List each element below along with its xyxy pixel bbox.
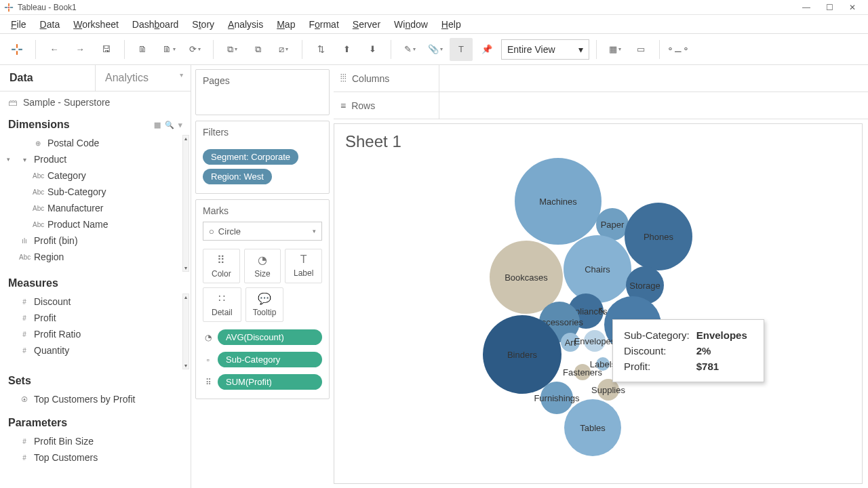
bubble-chairs[interactable]: Chairs bbox=[564, 235, 631, 303]
mark-label-button[interactable]: TLabel bbox=[285, 249, 322, 283]
menu-data[interactable]: Data bbox=[33, 16, 67, 33]
field-product[interactable]: ▾▾Product bbox=[0, 151, 191, 167]
mark-size-button[interactable]: ◔Size bbox=[244, 249, 281, 283]
highlight-button[interactable]: ✎▾ bbox=[398, 38, 421, 61]
field-postal-code[interactable]: ⊕Postal Code bbox=[0, 135, 191, 151]
tableau-home-icon[interactable] bbox=[5, 38, 28, 61]
mark-color-button[interactable]: ⠿Color bbox=[203, 249, 240, 283]
scroll-down-icon[interactable]: ▾ bbox=[184, 265, 187, 271]
mark-pill-type-icon[interactable]: ◔ bbox=[203, 333, 214, 342]
bubble-labels[interactable]: Labels bbox=[596, 357, 610, 371]
menu-help[interactable]: Help bbox=[435, 16, 468, 33]
mark-type-dropdown[interactable]: ○ Circle ▾ bbox=[203, 222, 322, 241]
group-button[interactable]: 📎▾ bbox=[424, 38, 447, 61]
field-product-name[interactable]: AbcProduct Name bbox=[0, 216, 191, 232]
columns-shelf[interactable]: ⦙⦙⦙Columns bbox=[334, 65, 439, 92]
swap-button[interactable]: ⇅ bbox=[309, 38, 332, 61]
pause-auto-updates-button[interactable]: 🗎▾ bbox=[157, 38, 180, 61]
sort-asc-button[interactable]: ⬆ bbox=[335, 38, 358, 61]
menu-window[interactable]: Window bbox=[387, 16, 435, 33]
field-type-icon: Abc bbox=[33, 172, 43, 180]
field-type-icon: Abc bbox=[19, 253, 30, 261]
field-profit-bin-[interactable]: ılıProfit (bin) bbox=[0, 232, 191, 249]
svg-rect-3 bbox=[10, 7, 13, 8]
field-region[interactable]: AbcRegion bbox=[0, 249, 191, 265]
menu-format[interactable]: Format bbox=[302, 16, 345, 33]
clear-button[interactable]: ⧄▾ bbox=[272, 38, 295, 61]
presentation-button[interactable]: ▭ bbox=[629, 38, 652, 61]
bubble-envelopes[interactable]: Envelopes bbox=[584, 330, 606, 352]
tab-data[interactable]: Data bbox=[0, 65, 95, 91]
field-type-icon: ▾ bbox=[19, 156, 30, 163]
field-discount[interactable]: #Discount bbox=[0, 293, 191, 310]
mark-pill-type-icon[interactable]: ▫ bbox=[203, 355, 214, 365]
bubble-chart[interactable]: MachinesPaperPhonesBookcasesChairsStorag… bbox=[334, 157, 862, 483]
field-sub-category[interactable]: AbcSub-Category bbox=[0, 184, 191, 200]
parameter-item[interactable]: #Profit Bin Size bbox=[0, 433, 191, 449]
menu-server[interactable]: Server bbox=[346, 16, 387, 33]
mark-type-label: Circle bbox=[218, 226, 241, 237]
field-profit-ratio[interactable]: #Profit Ratio bbox=[0, 326, 191, 342]
redo-button[interactable]: → bbox=[68, 38, 92, 61]
parameter-icon: # bbox=[19, 454, 30, 462]
rows-shelf[interactable]: ≡Rows bbox=[334, 92, 439, 119]
undo-button[interactable]: ← bbox=[43, 38, 66, 61]
columns-drop[interactable] bbox=[439, 65, 868, 92]
sort-desc-button[interactable]: ⬇ bbox=[361, 38, 384, 61]
mark-pill[interactable]: AVG(Discount) bbox=[218, 329, 322, 345]
datasource-row[interactable]: 🗃 Sample - Superstore bbox=[0, 92, 191, 113]
mark-pill-type-icon[interactable]: ⠿ bbox=[203, 378, 214, 387]
field-profit[interactable]: #Profit bbox=[0, 310, 191, 326]
bubble-machines[interactable]: Machines bbox=[515, 158, 601, 245]
mark-detail-button[interactable]: ∷Detail bbox=[203, 287, 241, 322]
mark-pill[interactable]: SUM(Profit) bbox=[218, 374, 322, 390]
labels-button[interactable]: T bbox=[450, 38, 473, 61]
show-cards-button[interactable]: ▦▾ bbox=[604, 38, 627, 61]
menu-analysis[interactable]: Analysis bbox=[221, 16, 270, 33]
rows-drop[interactable] bbox=[439, 92, 868, 119]
save-button[interactable]: 🖫 bbox=[94, 38, 117, 61]
bubble-fasteners[interactable]: Fasteners bbox=[574, 364, 591, 380]
parameter-item[interactable]: #Top Customers bbox=[0, 449, 191, 466]
duplicate-button[interactable]: ⧉ bbox=[246, 38, 269, 61]
menu-story[interactable]: Story bbox=[185, 16, 221, 33]
filter-pill[interactable]: Region: West bbox=[203, 169, 272, 184]
field-category[interactable]: AbcCategory bbox=[0, 167, 191, 184]
bubble-binders[interactable]: Binders bbox=[483, 315, 561, 394]
scroll-down-icon[interactable]: ▾ bbox=[184, 363, 187, 369]
refresh-button[interactable]: ⟳▾ bbox=[183, 38, 206, 61]
scroll-up-icon[interactable]: ▴ bbox=[184, 136, 187, 142]
view-icon[interactable]: ▦ bbox=[154, 121, 161, 129]
fit-dropdown[interactable]: Entire View ▾ bbox=[501, 39, 589, 60]
field-manufacturer[interactable]: AbcManufacturer bbox=[0, 200, 191, 216]
minimize-button[interactable]: — bbox=[795, 1, 818, 14]
menu-dim-icon[interactable]: ▾ bbox=[178, 121, 182, 129]
menu-map[interactable]: Map bbox=[270, 16, 302, 33]
field-quantity[interactable]: #Quantity bbox=[0, 342, 191, 359]
fit-label: Entire View bbox=[507, 44, 555, 55]
menu-file[interactable]: File bbox=[4, 16, 33, 33]
new-datasource-button[interactable]: 🗎 bbox=[132, 38, 155, 61]
datasource-name: Sample - Superstore bbox=[23, 97, 110, 108]
menu-worksheet[interactable]: Worksheet bbox=[66, 16, 125, 33]
close-button[interactable]: ✕ bbox=[841, 1, 864, 14]
filter-pill[interactable]: Segment: Corporate bbox=[203, 149, 298, 165]
filters-shelf[interactable]: Filters Segment: CorporateRegion: West bbox=[195, 121, 330, 194]
mark-tooltip-button[interactable]: 💬Tooltip bbox=[245, 287, 284, 322]
filters-label: Filters bbox=[196, 121, 329, 143]
pages-shelf[interactable]: Pages bbox=[195, 69, 330, 115]
menu-dashboard[interactable]: Dashboard bbox=[125, 16, 186, 33]
tab-analytics[interactable]: Analytics bbox=[95, 65, 191, 91]
mark-pill[interactable]: Sub-Category bbox=[218, 352, 322, 367]
bubble-furnishings[interactable]: Furnishings bbox=[540, 382, 573, 414]
new-worksheet-button[interactable]: ⧉▾ bbox=[220, 38, 243, 61]
set-item[interactable]: ⦿Top Customers by Profit bbox=[0, 391, 191, 407]
pin-button[interactable]: 📌 bbox=[475, 38, 498, 61]
maximize-button[interactable]: ☐ bbox=[818, 1, 841, 14]
share-button[interactable]: ⚬⚊⚬ bbox=[667, 38, 690, 61]
search-icon[interactable]: 🔍 bbox=[165, 121, 174, 129]
sheet-title[interactable]: Sheet 1 bbox=[334, 124, 862, 154]
bubble-tables[interactable]: Tables bbox=[564, 399, 621, 456]
bubble-phones[interactable]: Phones bbox=[625, 203, 692, 270]
scroll-up-icon[interactable]: ▴ bbox=[184, 294, 187, 300]
